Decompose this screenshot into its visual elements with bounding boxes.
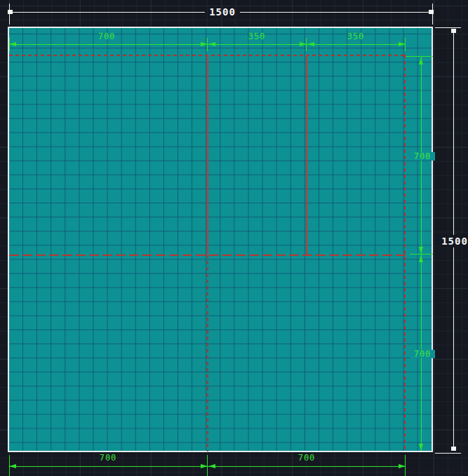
- dim-label-top-350a: 350: [243, 32, 271, 41]
- dim-extension-line: [432, 4, 433, 25]
- dim-arrow-icon: [201, 42, 208, 46]
- dim-label-top-350b: 350: [342, 32, 370, 41]
- dim-arrow-icon: [399, 42, 406, 46]
- sheet-panel[interactable]: [8, 27, 433, 452]
- dim-label-bottom-700a: 700: [94, 454, 122, 462]
- dim-line: [453, 247, 454, 447]
- cut-line-vertical-2[interactable]: [306, 55, 307, 256]
- dim-tick-icon: [451, 447, 456, 451]
- dim-arrow-icon: [208, 42, 215, 46]
- dim-extension-line: [435, 27, 461, 28]
- dim-extension-line: [435, 453, 461, 454]
- dim-line: [453, 30, 454, 235]
- dim-tick-icon: [429, 10, 434, 14]
- offcut-boundary-mid-vertical[interactable]: [207, 254, 208, 451]
- dim-label-top-700: 700: [93, 32, 121, 41]
- dim-label-overall-width: 1500: [201, 7, 243, 17]
- dim-arrow-icon: [208, 464, 215, 468]
- dim-arrow-icon: [419, 255, 423, 262]
- dim-arrow-icon: [300, 42, 307, 46]
- dim-label-right-700b: 700: [410, 350, 435, 358]
- dim-arrow-icon: [419, 247, 423, 254]
- dim-arrow-icon: [9, 464, 16, 468]
- dim-arrow-icon: [419, 444, 423, 451]
- cut-line-horizontal[interactable]: [9, 254, 406, 256]
- dim-arrow-icon: [9, 42, 16, 46]
- cut-line-vertical-1[interactable]: [207, 55, 208, 256]
- dim-line: [240, 12, 433, 13]
- dim-line: [9, 12, 205, 13]
- dim-arrow-icon: [307, 42, 314, 46]
- dim-extension-line: [9, 4, 10, 25]
- dim-tick-icon: [8, 10, 13, 14]
- cad-viewport[interactable]: 700 350 350 700 700 700 700 1500: [0, 0, 468, 476]
- dim-arrow-icon: [399, 464, 406, 468]
- dim-label-right-700a: 700: [410, 152, 435, 161]
- dim-label-overall-height: 1500: [439, 236, 468, 247]
- dim-tick-icon: [451, 29, 456, 33]
- dim-line: [421, 57, 422, 451]
- dim-arrow-icon: [419, 57, 423, 64]
- offcut-boundary-right[interactable]: [404, 55, 406, 451]
- dim-tick: [406, 56, 433, 57]
- dim-arrow-icon: [201, 464, 208, 468]
- dim-label-bottom-700b: 700: [293, 454, 321, 462]
